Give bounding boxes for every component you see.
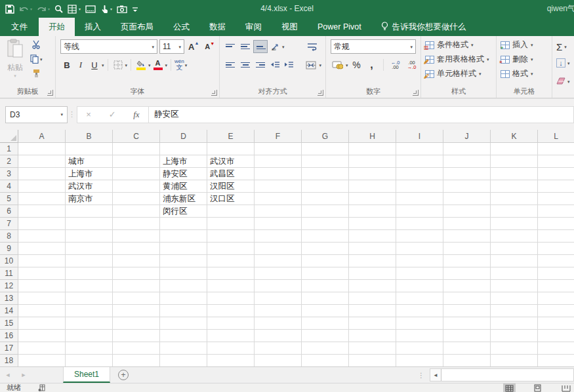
align-center-button[interactable] — [238, 58, 253, 71]
cell-I3[interactable] — [396, 168, 443, 180]
cell-G7[interactable] — [302, 218, 349, 230]
cell-E13[interactable] — [207, 292, 255, 305]
cell-F13[interactable] — [255, 292, 302, 305]
cell-G18[interactable] — [302, 355, 349, 366]
tab-review[interactable]: 审阅 — [236, 18, 272, 36]
tab-view[interactable]: 视图 — [272, 18, 308, 36]
column-header-G[interactable]: G — [302, 130, 349, 143]
cell-G10[interactable] — [302, 255, 349, 267]
cell-F7[interactable] — [255, 218, 302, 230]
cell-J9[interactable] — [443, 243, 491, 255]
orientation-caret-icon[interactable]: ▾ — [282, 45, 285, 49]
cell-L10[interactable] — [538, 255, 574, 267]
cell-B9[interactable] — [66, 243, 113, 255]
cell-C17[interactable] — [113, 342, 160, 355]
cell-D14[interactable] — [160, 305, 207, 317]
cell-J13[interactable] — [443, 292, 491, 305]
decrease-font-size-button[interactable]: A▼ — [203, 43, 216, 50]
sheet-tab-sheet1[interactable]: Sheet1 — [63, 367, 110, 383]
wrap-text-button[interactable] — [306, 40, 319, 53]
cell-H9[interactable] — [349, 243, 396, 255]
paste-button[interactable]: 粘贴 ▾ — [3, 39, 28, 87]
number-dialog-launcher[interactable] — [413, 90, 419, 96]
tab-home[interactable]: 开始 — [39, 18, 75, 36]
cell-D8[interactable] — [160, 230, 207, 243]
cell-B8[interactable] — [66, 230, 113, 243]
font-size-select[interactable]: 11 ▾ — [159, 39, 184, 54]
cell-H3[interactable] — [349, 168, 396, 180]
cell-F4[interactable] — [255, 180, 302, 193]
cell-I2[interactable] — [396, 155, 443, 168]
cell-H1[interactable] — [349, 143, 396, 155]
cell-B17[interactable] — [66, 342, 113, 355]
cell-A16[interactable] — [18, 330, 66, 342]
add-sheet-button[interactable]: + — [110, 367, 136, 383]
cell-D5[interactable]: 浦东新区 — [160, 193, 207, 205]
spreadsheet[interactable]: ABCDEFGHIJKL12城市上海市武汉市3上海市静安区武昌区4武汉市黄浦区汉… — [0, 130, 574, 366]
comma-style-button[interactable]: , — [365, 58, 379, 71]
cell-C10[interactable] — [113, 255, 160, 267]
cell-A10[interactable] — [18, 255, 66, 267]
row-header-16[interactable]: 16 — [0, 330, 18, 342]
cell-H2[interactable] — [349, 155, 396, 168]
fill-color-button[interactable] — [134, 58, 148, 71]
cell-B14[interactable] — [66, 305, 113, 317]
cell-E10[interactable] — [207, 255, 255, 267]
cell-A8[interactable] — [18, 230, 66, 243]
cell-K8[interactable] — [491, 230, 538, 243]
row-header-3[interactable]: 3 — [0, 168, 18, 180]
user-account-name[interactable]: qiwen气泡 — [547, 0, 574, 18]
cell-A4[interactable] — [18, 180, 66, 193]
orientation-button[interactable]: ab — [268, 40, 281, 53]
cell-L9[interactable] — [538, 243, 574, 255]
phonetic-guide-button[interactable]: wén 文 — [174, 59, 184, 71]
cell-B12[interactable] — [66, 280, 113, 292]
column-header-E[interactable]: E — [207, 130, 255, 143]
column-header-K[interactable]: K — [491, 130, 538, 143]
cell-F14[interactable] — [255, 305, 302, 317]
cell-D15[interactable] — [160, 317, 207, 330]
cell-L13[interactable] — [538, 292, 574, 305]
cell-G8[interactable] — [302, 230, 349, 243]
cell-D12[interactable] — [160, 280, 207, 292]
page-break-preview-button[interactable] — [560, 383, 573, 392]
tab-power-pivot[interactable]: Power Pivot — [308, 18, 371, 36]
cell-F3[interactable] — [255, 168, 302, 180]
cell-K13[interactable] — [491, 292, 538, 305]
cell-B1[interactable] — [66, 143, 113, 155]
tab-data[interactable]: 数据 — [199, 18, 236, 36]
cell-A15[interactable] — [18, 317, 66, 330]
cell-F11[interactable] — [255, 267, 302, 280]
conditional-formatting-button[interactable]: ▥ 条件格式 ▾ — [425, 39, 489, 50]
row-header-6[interactable]: 6 — [0, 205, 18, 218]
cell-E11[interactable] — [207, 267, 255, 280]
cell-I16[interactable] — [396, 330, 443, 342]
cell-D4[interactable]: 黄浦区 — [160, 180, 207, 193]
format-cells-button[interactable]: 格式 ▾ — [501, 68, 533, 79]
cell-K3[interactable] — [491, 168, 538, 180]
cell-C2[interactable] — [113, 155, 160, 168]
row-header-17[interactable]: 17 — [0, 342, 18, 355]
cell-H18[interactable] — [349, 355, 396, 366]
cell-K9[interactable] — [491, 243, 538, 255]
tab-file[interactable]: 文件 — [0, 18, 39, 36]
enter-icon[interactable]: ✓ — [109, 109, 116, 119]
cell-F1[interactable] — [255, 143, 302, 155]
cell-I11[interactable] — [396, 267, 443, 280]
cell-F5[interactable] — [255, 193, 302, 205]
column-header-D[interactable]: D — [160, 130, 207, 143]
cell-D13[interactable] — [160, 292, 207, 305]
cell-B2[interactable]: 城市 — [66, 155, 113, 168]
row-header-18[interactable]: 18 — [0, 355, 18, 366]
cell-D9[interactable] — [160, 243, 207, 255]
cell-H12[interactable] — [349, 280, 396, 292]
cell-J18[interactable] — [443, 355, 491, 366]
page-layout-view-button[interactable] — [531, 383, 544, 392]
select-all-corner[interactable] — [0, 130, 18, 143]
cell-I13[interactable] — [396, 292, 443, 305]
cell-F10[interactable] — [255, 255, 302, 267]
cell-E5[interactable]: 汉口区 — [207, 193, 255, 205]
cell-H7[interactable] — [349, 218, 396, 230]
cell-L15[interactable] — [538, 317, 574, 330]
cell-A14[interactable] — [18, 305, 66, 317]
